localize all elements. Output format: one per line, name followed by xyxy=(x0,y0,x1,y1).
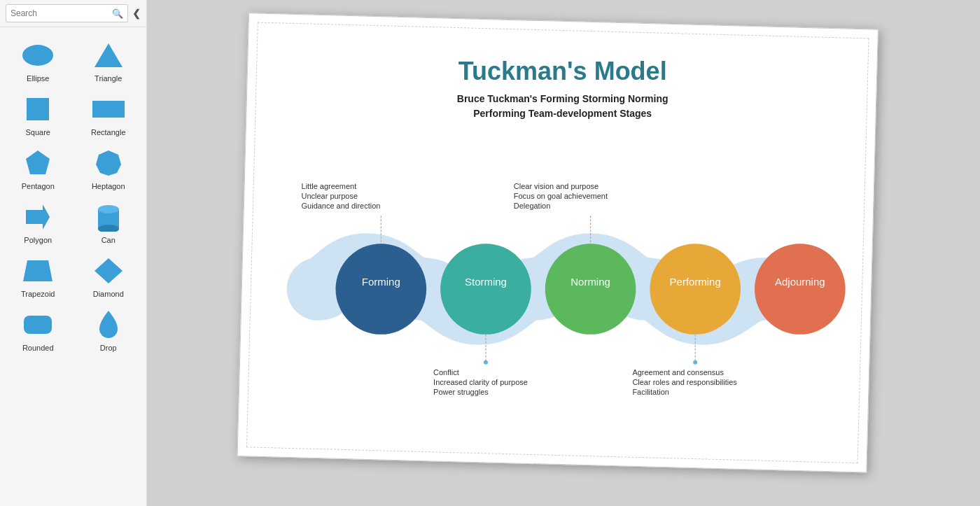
svg-marker-5 xyxy=(96,150,121,176)
sidebar-item-diamond[interactable]: Diamond xyxy=(74,248,144,302)
sidebar-item-heptagon[interactable]: Heptagon xyxy=(74,141,144,195)
sidebar-item-rectangle[interactable]: Rectangle xyxy=(74,87,144,141)
svg-text:Focus on goal achievement: Focus on goal achievement xyxy=(514,192,608,200)
sidebar-header: 🔍 ❮ xyxy=(0,0,146,27)
svg-point-24 xyxy=(484,360,488,365)
svg-rect-12 xyxy=(24,316,52,334)
svg-marker-1 xyxy=(94,43,122,67)
diagram-area: Little agreement Unclear purpose Guidanc… xyxy=(276,142,849,436)
svg-marker-11 xyxy=(94,258,122,283)
svg-point-33 xyxy=(335,244,426,335)
svg-text:Facilitation: Facilitation xyxy=(632,388,668,396)
svg-text:Unclear purpose: Unclear purpose xyxy=(302,192,358,200)
svg-text:Forming: Forming xyxy=(362,276,400,288)
canvas-page: Tuckman's Model Bruce Tuckman's Forming … xyxy=(237,13,878,472)
svg-text:Delegation: Delegation xyxy=(514,202,550,210)
svg-point-8 xyxy=(98,205,119,213)
svg-point-37 xyxy=(545,244,636,335)
shape-label-heptagon: Heptagon xyxy=(92,182,125,190)
svg-point-39 xyxy=(650,244,741,335)
svg-text:Clear roles and responsibiliti: Clear roles and responsibilities xyxy=(632,378,737,386)
sidebar-item-can[interactable]: Can xyxy=(74,195,144,248)
sidebar-item-drop[interactable]: Drop xyxy=(74,302,144,356)
shape-label-polygon: Polygon xyxy=(24,236,52,244)
sidebar-item-ellipse[interactable]: Ellipse xyxy=(3,33,74,87)
svg-text:Norming: Norming xyxy=(570,276,610,288)
diagram-title: Tuckman's Model xyxy=(276,57,849,86)
svg-text:Adjourning: Adjourning xyxy=(775,276,825,288)
search-input[interactable] xyxy=(10,8,112,18)
svg-text:Storming: Storming xyxy=(465,276,507,288)
svg-text:Power struggles: Power struggles xyxy=(433,388,489,396)
svg-text:Increased clarity of purpose: Increased clarity of purpose xyxy=(433,378,528,386)
collapse-button[interactable]: ❮ xyxy=(132,8,141,19)
shape-label-diamond: Diamond xyxy=(93,290,124,298)
svg-text:Agreement and consensus: Agreement and consensus xyxy=(632,368,724,377)
svg-point-26 xyxy=(693,360,697,365)
sidebar-item-square[interactable]: Square xyxy=(3,87,74,141)
svg-marker-4 xyxy=(26,150,50,174)
svg-text:Guidance and direction: Guidance and direction xyxy=(302,202,381,210)
sidebar: 🔍 ❮ Ellipse Triangle xyxy=(0,0,147,506)
svg-point-35 xyxy=(440,244,531,335)
shape-label-ellipse: Ellipse xyxy=(27,74,49,83)
search-icon: 🔍 xyxy=(112,8,123,19)
shape-label-triangle: Triangle xyxy=(94,74,122,83)
svg-text:Performing: Performing xyxy=(670,276,721,288)
shape-label-pentagon: Pentagon xyxy=(22,182,55,190)
svg-text:Little agreement: Little agreement xyxy=(302,182,357,190)
sidebar-item-polygon[interactable]: Polygon xyxy=(3,195,74,248)
main-canvas-area[interactable]: Tuckman's Model Bruce Tuckman's Forming … xyxy=(147,0,980,506)
shape-label-can: Can xyxy=(102,236,115,244)
svg-rect-2 xyxy=(27,98,49,120)
shapes-panel: Ellipse Triangle Square xyxy=(0,27,146,362)
search-box[interactable]: 🔍 xyxy=(6,4,128,22)
diagram-subtitle: Bruce Tuckman's Forming Storming Norming… xyxy=(276,92,849,121)
shape-label-square: Square xyxy=(26,128,50,136)
shape-label-trapezoid: Trapezoid xyxy=(21,290,55,298)
svg-marker-6 xyxy=(26,204,50,230)
svg-marker-10 xyxy=(23,260,52,281)
sidebar-item-trapezoid[interactable]: Trapezoid xyxy=(3,248,74,302)
shape-label-rectangle: Rectangle xyxy=(91,128,126,136)
svg-rect-3 xyxy=(92,101,125,118)
svg-text:Conflict: Conflict xyxy=(433,368,459,377)
svg-point-41 xyxy=(755,244,846,335)
shape-label-drop: Drop xyxy=(100,344,117,352)
shape-label-rounded-rect: Rounded xyxy=(22,344,54,352)
sidebar-item-triangle[interactable]: Triangle xyxy=(74,33,144,87)
svg-text:Clear vision and purpose: Clear vision and purpose xyxy=(514,182,598,190)
sidebar-item-pentagon[interactable]: Pentagon xyxy=(3,141,74,195)
sidebar-item-rounded-rect[interactable]: Rounded xyxy=(3,302,74,356)
svg-point-0 xyxy=(22,45,53,66)
